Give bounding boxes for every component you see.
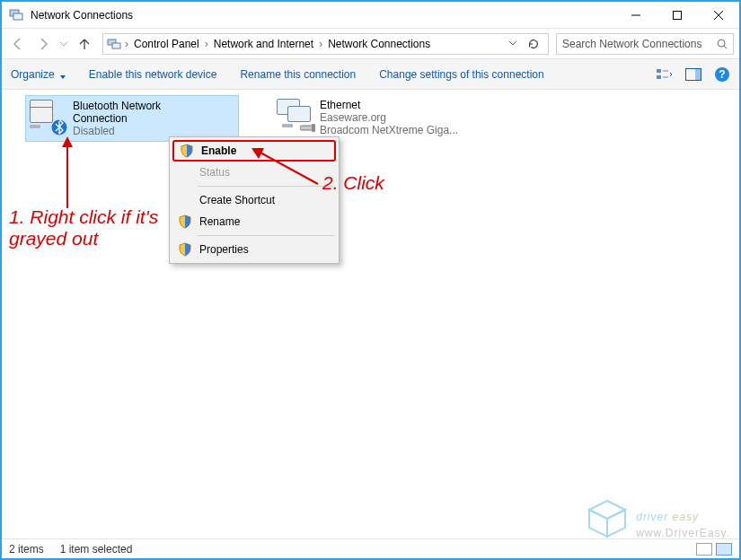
back-button[interactable] [7, 33, 29, 55]
up-button[interactable] [74, 33, 95, 55]
refresh-button[interactable] [523, 33, 544, 55]
location-icon [107, 37, 121, 51]
separator [198, 186, 334, 187]
status-selection: 1 item selected [60, 543, 133, 556]
ethernet-adapter-icon [277, 99, 313, 131]
content-area: Bluetooth Network Connection Disabled Et… [2, 92, 739, 537]
svg-line-9 [724, 46, 727, 48]
organize-button[interactable]: Organize [11, 68, 66, 81]
rename-connection-button[interactable]: Rename this connection [240, 68, 356, 81]
context-create-shortcut-label: Create Shortcut [199, 194, 275, 206]
item-name: Ethernet [320, 99, 458, 111]
network-item-ethernet[interactable]: Ethernet Easeware.org Broadcom NetXtreme… [273, 95, 487, 140]
item-network: Easeware.org [320, 111, 458, 124]
context-create-shortcut[interactable]: Create Shortcut [172, 189, 336, 211]
chevron-right-icon[interactable]: › [203, 38, 210, 50]
svg-rect-15 [695, 69, 701, 80]
context-status: Status [172, 162, 336, 183]
minimize-button[interactable] [615, 2, 657, 29]
search-input[interactable] [557, 38, 711, 50]
shield-icon [180, 144, 194, 158]
breadcrumb-network-connections[interactable]: Network Connections [326, 38, 432, 50]
organize-label: Organize [11, 68, 55, 81]
context-properties-label: Properties [199, 243, 249, 256]
details-view-button[interactable] [696, 543, 712, 556]
status-bar: 2 items 1 item selected [2, 538, 739, 558]
maximize-button[interactable] [657, 2, 698, 29]
context-properties[interactable]: Properties [172, 239, 336, 260]
separator [198, 235, 334, 236]
svg-rect-3 [674, 11, 682, 19]
chevron-right-icon[interactable]: › [123, 38, 130, 50]
item-status: Disabled [73, 125, 216, 137]
item-name: Bluetooth Network Connection [73, 100, 216, 125]
svg-rect-11 [657, 75, 661, 79]
context-enable-label: Enable [201, 144, 236, 157]
shield-icon [178, 242, 192, 257]
context-menu: Enable Status Create Shortcut Rename Pro… [169, 136, 340, 264]
breadcrumb-control-panel[interactable]: Control Panel [132, 38, 201, 50]
svg-rect-7 [112, 43, 120, 48]
address-bar[interactable]: › Control Panel › Network and Internet ›… [102, 33, 549, 55]
preview-pane-button[interactable] [685, 66, 701, 83]
recent-locations-button[interactable] [57, 33, 70, 55]
close-button[interactable] [698, 2, 739, 29]
bluetooth-adapter-icon [30, 100, 66, 132]
titlebar: Network Connections [2, 2, 739, 29]
app-icon [9, 8, 23, 22]
svg-rect-1 [13, 13, 22, 20]
change-settings-button[interactable]: Change settings of this connection [379, 68, 543, 81]
context-status-label: Status [199, 166, 230, 179]
svg-text:?: ? [719, 68, 725, 81]
chevron-right-icon[interactable]: › [317, 38, 324, 50]
window-title: Network Connections [31, 9, 615, 22]
breadcrumb-network-and-internet[interactable]: Network and Internet [212, 38, 315, 50]
view-options-button[interactable] [657, 66, 673, 83]
search-box[interactable] [556, 33, 734, 55]
shield-icon [178, 214, 192, 229]
address-dropdown-button[interactable] [505, 38, 521, 50]
enable-device-button[interactable]: Enable this network device [89, 68, 217, 81]
help-button[interactable]: ? [714, 66, 730, 83]
context-rename-label: Rename [199, 215, 240, 228]
svg-rect-20 [312, 124, 315, 132]
command-bar: Organize Enable this network device Rena… [2, 59, 739, 90]
forward-button[interactable] [32, 33, 54, 55]
context-rename[interactable]: Rename [172, 211, 336, 232]
status-item-count: 2 items [9, 543, 44, 556]
item-adapter: Broadcom NetXtreme Giga... [320, 124, 458, 136]
navigation-bar: › Control Panel › Network and Internet ›… [2, 29, 739, 59]
svg-point-8 [718, 39, 725, 47]
network-item-bluetooth[interactable]: Bluetooth Network Connection Disabled [25, 95, 239, 142]
svg-rect-10 [657, 69, 661, 73]
large-icons-view-button[interactable] [716, 543, 732, 556]
search-icon[interactable] [711, 38, 733, 50]
context-enable[interactable]: Enable [172, 140, 336, 162]
